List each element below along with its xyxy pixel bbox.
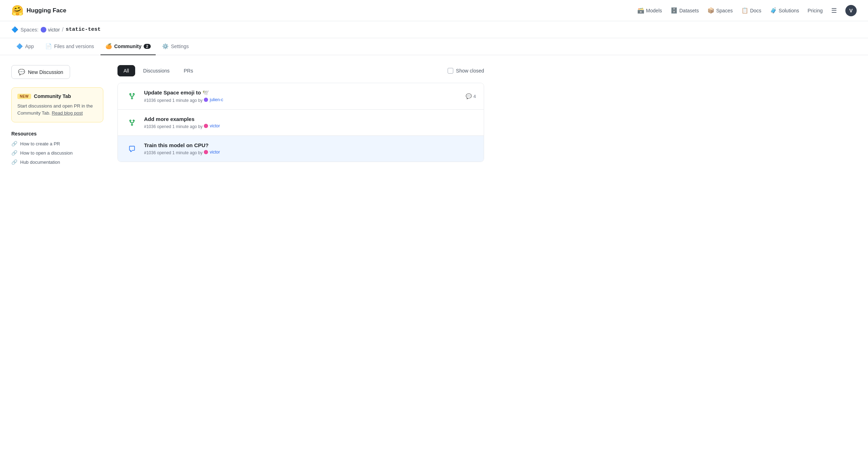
new-discussion-icon: 💬 — [18, 69, 25, 75]
filter-prs-button[interactable]: PRs — [178, 65, 199, 76]
discussion-opened: opened 1 minute ago by — [157, 124, 204, 129]
tab-app-label: App — [25, 44, 34, 49]
discussion-meta: #1036 opened 1 minute ago by julien-c — [144, 97, 460, 103]
discussion-author: victor — [210, 123, 220, 128]
nav-datasets[interactable]: 🗄️ Datasets — [671, 7, 699, 14]
read-blog-post-link[interactable]: Read blog post — [52, 110, 82, 116]
author-dot — [204, 150, 208, 154]
show-closed-checkbox[interactable] — [448, 68, 453, 74]
discussion-body: Update Space emoji to 🕊️ #1036 opened 1 … — [144, 89, 460, 103]
content-right: All Discussions PRs Show closed Update S… — [117, 65, 484, 168]
resource-create-pr[interactable]: 🔗 How to create a PR — [11, 141, 103, 146]
tab-app[interactable]: 🔷 App — [11, 38, 39, 55]
pr-icon-area — [126, 93, 138, 100]
tab-files[interactable]: 📄 Files and versions — [40, 38, 99, 55]
discussion-author-link[interactable]: victor — [204, 150, 220, 155]
new-discussion-label: New Discussion — [28, 69, 63, 75]
resources-section: Resources 🔗 How to create a PR 🔗 How to … — [11, 131, 103, 165]
discussion-item[interactable]: Add more examples #1036 opened 1 minute … — [118, 110, 484, 136]
resource-open-discussion[interactable]: 🔗 How to open a discussion — [11, 150, 103, 156]
community-tab-icon: 🍊 — [105, 43, 112, 50]
nav-models[interactable]: 🗃️ Models — [637, 7, 662, 14]
resource-hub-docs[interactable]: 🔗 Hub documentation — [11, 159, 103, 165]
breadcrumb: 🔷 Spaces: victor / static-test — [0, 21, 868, 38]
filter-discussions-button[interactable]: Discussions — [137, 65, 176, 76]
show-closed-label: Show closed — [456, 68, 484, 74]
nav-models-label: Models — [646, 8, 662, 13]
discussion-number: #1036 — [144, 98, 156, 103]
breadcrumb-prefix: Spaces: — [21, 27, 39, 33]
resources-title: Resources — [11, 131, 103, 137]
tab-community[interactable]: 🍊 Community 2 — [100, 38, 156, 55]
community-card-description: Start discussions and open PR in the Com… — [17, 103, 97, 116]
avatar[interactable]: V — [845, 5, 857, 16]
community-card: NEW Community Tab Start discussions and … — [11, 87, 103, 122]
discussion-title: Train this model on CPU? — [144, 142, 476, 148]
tab-settings[interactable]: ⚙️ Settings — [157, 38, 194, 55]
discussion-author-link[interactable]: julien-c — [204, 97, 223, 102]
pr-icon — [128, 119, 136, 126]
breadcrumb-spaces-label: 🔷 Spaces: — [11, 26, 39, 33]
discussion-meta: #1036 opened 1 minute ago by victor — [144, 150, 476, 155]
discussion-list: Update Space emoji to 🕊️ #1036 opened 1 … — [117, 83, 484, 162]
navbar-more-button[interactable]: ☰ — [831, 7, 837, 15]
discussion-author-link[interactable]: victor — [204, 123, 220, 128]
filter-tabs: All Discussions PRs — [117, 65, 199, 76]
show-closed-area[interactable]: Show closed — [448, 68, 484, 74]
community-card-header: NEW Community Tab — [17, 93, 97, 99]
nav-pricing[interactable]: Pricing — [807, 8, 823, 13]
solutions-icon: 🧳 — [770, 7, 777, 14]
navbar-right: 🗃️ Models 🗄️ Datasets 📦 Spaces 📋 Docs 🧳 … — [637, 5, 857, 16]
spaces-icon: 📦 — [707, 7, 714, 14]
settings-tab-icon: ⚙️ — [162, 43, 169, 50]
tab-community-label: Community — [114, 44, 142, 49]
filter-all-button[interactable]: All — [117, 65, 135, 76]
user-avatar-dot — [41, 27, 46, 33]
breadcrumb-user-link[interactable]: victor — [41, 27, 60, 33]
nav-datasets-label: Datasets — [679, 8, 699, 13]
breadcrumb-username: victor — [48, 27, 60, 33]
hub-docs-icon: 🔗 — [11, 159, 17, 165]
huggingface-logo: 🤗 — [11, 5, 24, 16]
app-tab-icon: 🔷 — [16, 43, 23, 50]
pr-icon — [128, 93, 136, 100]
community-card-title: Community Tab — [34, 93, 71, 99]
spaces-breadcrumb-icon: 🔷 — [11, 26, 18, 33]
breadcrumb-repo: static-test — [66, 27, 101, 33]
open-discussion-icon: 🔗 — [11, 150, 17, 156]
nav-solutions[interactable]: 🧳 Solutions — [770, 7, 799, 14]
discussion-title: Update Space emoji to 🕊️ — [144, 89, 460, 96]
tabs-area: 🔷 App 📄 Files and versions 🍊 Community 2… — [0, 38, 868, 55]
nav-solutions-label: Solutions — [779, 8, 799, 13]
datasets-icon: 🗄️ — [671, 7, 678, 14]
navbar: 🤗 Hugging Face 🗃️ Models 🗄️ Datasets 📦 S… — [0, 0, 868, 21]
discussion-body: Add more examples #1036 opened 1 minute … — [144, 116, 476, 129]
docs-icon: 📋 — [741, 7, 748, 14]
nav-spaces[interactable]: 📦 Spaces — [707, 7, 733, 14]
discussion-item[interactable]: Train this model on CPU? #1036 opened 1 … — [118, 136, 484, 162]
main-content: 💬 New Discussion NEW Community Tab Start… — [0, 55, 495, 178]
discussion-body: Train this model on CPU? #1036 opened 1 … — [144, 142, 476, 155]
discussion-title: Add more examples — [144, 116, 476, 122]
breadcrumb-slash: / — [62, 27, 63, 33]
discussion-comment-count: 💬 4 — [466, 93, 476, 99]
discussion-meta: #1036 opened 1 minute ago by victor — [144, 123, 476, 129]
new-discussion-button[interactable]: 💬 New Discussion — [11, 65, 70, 79]
tab-files-label: Files and versions — [54, 44, 94, 49]
author-dot — [204, 124, 208, 128]
navbar-left: 🤗 Hugging Face — [11, 5, 66, 16]
create-pr-icon: 🔗 — [11, 141, 17, 146]
discussion-opened: opened 1 minute ago by — [157, 150, 204, 155]
pr-icon-area — [126, 119, 138, 126]
files-tab-icon: 📄 — [45, 43, 52, 50]
sidebar: 💬 New Discussion NEW Community Tab Start… — [11, 65, 117, 168]
discussion-author: victor — [210, 150, 220, 155]
discussion-number: #1036 — [144, 124, 156, 129]
nav-docs[interactable]: 📋 Docs — [741, 7, 761, 14]
discussion-number: #1036 — [144, 150, 156, 155]
resource-hub-docs-label: Hub documentation — [20, 160, 60, 165]
tab-settings-label: Settings — [171, 44, 189, 49]
nav-pricing-label: Pricing — [807, 8, 823, 13]
discussion-item[interactable]: Update Space emoji to 🕊️ #1036 opened 1 … — [118, 83, 484, 110]
nav-spaces-label: Spaces — [716, 8, 733, 13]
